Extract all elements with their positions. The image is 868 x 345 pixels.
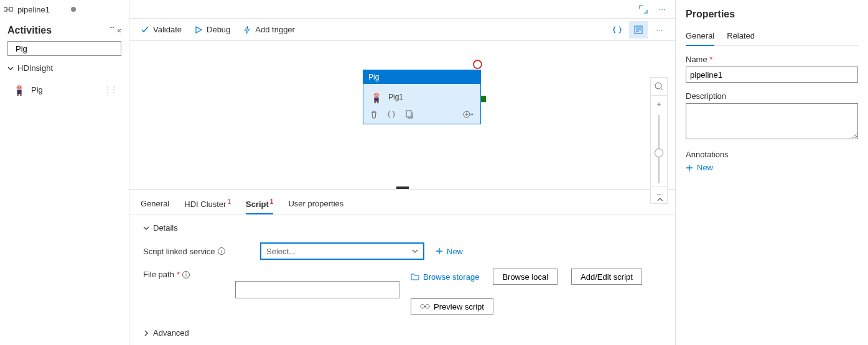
browse-local-button[interactable]: Browse local (493, 269, 558, 285)
node-status-icon (473, 60, 482, 69)
braces-icon[interactable] (387, 110, 396, 119)
activity-item-pig[interactable]: Pig ⋮⋮ (9, 80, 120, 99)
pipeline-tab[interactable]: pipeline1 (4, 5, 76, 14)
plus-icon: + (656, 99, 661, 109)
required-marker: * (177, 270, 180, 279)
config-tab-hdi-cluster[interactable]: HDI Cluster1 (184, 195, 231, 214)
braces-icon (612, 25, 622, 34)
play-icon (194, 25, 203, 34)
linked-service-label: Script linked service (143, 247, 215, 256)
pig-icon (12, 83, 26, 96)
check-icon (141, 25, 149, 34)
add-edit-script-button[interactable]: Add/Edit script (571, 269, 642, 285)
activity-item-label: Pig (31, 85, 43, 94)
pipeline-tab-label: pipeline1 (17, 5, 50, 14)
activity-node-pig[interactable]: Pig Pig1 (363, 70, 481, 124)
props-tab-related[interactable]: Related (727, 29, 755, 45)
zoom-thumb[interactable] (655, 149, 663, 157)
config-tab-script[interactable]: Script1 (246, 195, 273, 214)
panel-resize-handle[interactable] (396, 186, 409, 189)
zoom-fit-button[interactable] (651, 78, 667, 95)
new-linked-service-button[interactable]: New (436, 247, 463, 256)
select-placeholder: Select... (266, 247, 296, 256)
config-tab-general[interactable]: General (141, 195, 169, 213)
chevron-right-icon (143, 330, 149, 336)
glasses-icon (420, 303, 430, 310)
plus-icon (436, 247, 443, 255)
advanced-section-toggle[interactable]: Advanced (129, 318, 675, 338)
node-output-connector[interactable] (481, 96, 486, 102)
preview-script-button[interactable]: Preview script (411, 298, 493, 315)
linked-service-select[interactable]: Select... (260, 242, 424, 260)
browse-storage-button[interactable]: Browse storage (411, 272, 479, 282)
file-path-input[interactable] (235, 281, 399, 298)
annotations-label: Annotations (686, 150, 858, 159)
new-annotation-button[interactable]: New (686, 163, 713, 172)
add-trigger-button[interactable]: Add trigger (238, 22, 300, 37)
browse-storage-label: Browse storage (423, 272, 479, 282)
code-view-button[interactable] (608, 21, 627, 39)
props-tab-general[interactable]: General (686, 29, 714, 45)
collapse-panel-icon[interactable]: « (117, 26, 121, 35)
pipeline-icon (4, 5, 14, 14)
tree-section-label: HDInsight (17, 63, 53, 73)
ellipsis-icon: ··· (659, 4, 666, 14)
collapse-all-icon[interactable]: ˇˇ (110, 26, 114, 35)
debug-label: Debug (207, 25, 230, 34)
zoom-in-button[interactable]: + (651, 95, 667, 113)
config-collapse-button[interactable] (656, 196, 664, 205)
svg-rect-11 (406, 111, 411, 117)
chevron-down-icon (412, 248, 418, 254)
properties-heading: Properties (686, 9, 858, 20)
action-more-button[interactable]: ··· (650, 21, 669, 39)
chevron-down-icon (7, 65, 14, 71)
pipeline-canvas[interactable]: Pig Pig1 (129, 41, 675, 189)
activities-search-input[interactable] (16, 44, 120, 53)
name-field-label: Name * (686, 55, 858, 64)
file-path-label: File path (143, 270, 174, 279)
dirty-indicator-icon (71, 7, 76, 12)
drag-handle-icon[interactable]: ⋮⋮ (104, 85, 116, 94)
expand-window-button[interactable] (634, 1, 653, 18)
browse-local-label: Browse local (502, 272, 548, 282)
svg-point-14 (421, 305, 424, 308)
add-edit-script-label: Add/Edit script (581, 272, 633, 282)
chevron-down-icon (143, 225, 149, 231)
preview-script-label: Preview script (434, 302, 484, 311)
svg-point-15 (426, 305, 429, 308)
config-tab-user-properties[interactable]: User properties (288, 195, 343, 213)
chevron-up-icon (656, 196, 664, 203)
info-icon[interactable]: i (182, 271, 190, 278)
details-section-toggle[interactable]: Details (129, 214, 675, 239)
tree-section-hdinsight[interactable]: HDInsight (0, 61, 129, 75)
properties-icon (634, 25, 643, 34)
validate-label: Validate (153, 25, 182, 34)
description-field-label: Description (686, 91, 858, 101)
node-name-label: Pig1 (388, 93, 403, 101)
plus-icon (686, 164, 693, 172)
folder-icon (411, 273, 419, 280)
new-annotation-label: New (697, 163, 713, 172)
ellipsis-icon: ··· (656, 25, 663, 34)
add-output-icon[interactable] (463, 110, 474, 119)
activities-search[interactable] (7, 41, 121, 56)
description-input[interactable] (686, 103, 858, 139)
properties-toggle-button[interactable] (629, 21, 648, 39)
activities-heading: Activities (7, 25, 52, 36)
zoom-slider[interactable] (658, 115, 660, 183)
node-type-label: Pig (363, 70, 480, 84)
copy-icon[interactable] (404, 110, 413, 119)
validate-button[interactable]: Validate (136, 22, 187, 37)
debug-button[interactable]: Debug (189, 22, 235, 37)
details-label: Details (153, 223, 178, 232)
expand-icon (639, 5, 648, 14)
svg-rect-8 (9, 7, 12, 11)
name-input[interactable] (686, 67, 858, 83)
svg-point-13 (655, 83, 661, 89)
info-icon[interactable]: i (218, 247, 225, 255)
pig-icon (370, 90, 383, 104)
new-label: New (447, 247, 463, 256)
trash-icon[interactable] (370, 110, 378, 119)
top-more-button[interactable]: ··· (653, 1, 671, 18)
search-icon (655, 82, 663, 91)
